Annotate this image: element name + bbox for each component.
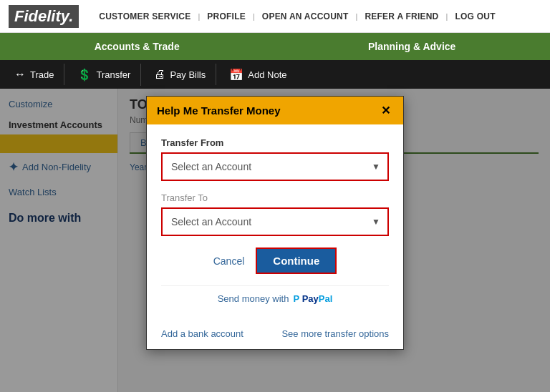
modal-footer-links: Add a bank account See more transfer opt…	[147, 323, 403, 349]
transfer-to-wrapper: Select an Account ▼	[161, 207, 389, 236]
transfer-from-label: Transfer From	[161, 137, 389, 148]
trade-button[interactable]: ↔ Trade	[4, 64, 64, 85]
transfer-modal: Help Me Transfer Money ✕ Transfer From S…	[146, 96, 404, 350]
continue-button[interactable]: Continue	[256, 248, 337, 274]
trade-icon: ↔	[14, 68, 26, 81]
open-account-link[interactable]: OPEN AN ACCOUNT	[255, 11, 356, 21]
planning-advice-nav[interactable]: Planning & Advice	[347, 41, 477, 52]
modal-header: Help Me Transfer Money ✕	[147, 97, 403, 124]
logout-link[interactable]: LOG OUT	[448, 11, 502, 21]
pay-bills-button[interactable]: 🖨 Pay Bills	[144, 64, 216, 85]
paypal-section: Send money with P PayPal	[161, 285, 389, 310]
modal-close-button[interactable]: ✕	[378, 104, 393, 117]
cancel-button[interactable]: Cancel	[213, 255, 245, 267]
transfer-from-select[interactable]: Select an Account	[163, 154, 387, 180]
trade-label: Trade	[30, 69, 54, 80]
accounts-trade-nav[interactable]: Accounts & Trade	[73, 41, 201, 52]
more-options-link[interactable]: See more transfer options	[281, 328, 389, 339]
customer-service-link[interactable]: CUSTOMER SERVICE	[92, 11, 198, 21]
transfer-button[interactable]: 💲 Transfer	[67, 64, 141, 86]
add-bank-link[interactable]: Add a bank account	[161, 328, 243, 339]
top-links: CUSTOMER SERVICE | PROFILE | OPEN AN ACC…	[92, 11, 502, 21]
top-nav: Fidelity. CUSTOMER SERVICE | PROFILE | O…	[0, 0, 550, 33]
modal-body: Transfer From Select an Account ▼ Transf…	[147, 124, 403, 323]
modal-actions: Cancel Continue	[161, 248, 389, 274]
pay-bills-icon: 🖨	[154, 68, 165, 81]
green-nav: Accounts & Trade Planning & Advice	[0, 33, 550, 60]
modal-title: Help Me Transfer Money	[157, 104, 281, 117]
toolbar: ↔ Trade 💲 Transfer 🖨 Pay Bills 📅 Add Not…	[0, 60, 550, 89]
pay-bills-label: Pay Bills	[170, 69, 206, 80]
paypal-logo: P PayPal	[293, 293, 332, 304]
profile-link[interactable]: PROFILE	[200, 11, 253, 21]
transfer-to-label: Transfer To	[161, 192, 389, 203]
main-content: Customize Investment Accounts ✦ Add Non-…	[0, 89, 550, 392]
add-note-label: Add Note	[248, 69, 286, 80]
paypal-text: Send money with	[218, 293, 289, 304]
transfer-icon: 💲	[77, 68, 92, 82]
transfer-label: Transfer	[96, 69, 130, 80]
transfer-from-wrapper: Select an Account ▼	[161, 152, 389, 181]
transfer-to-select[interactable]: Select an Account	[163, 209, 387, 235]
modal-overlay: Help Me Transfer Money ✕ Transfer From S…	[0, 89, 550, 392]
add-note-icon: 📅	[229, 68, 243, 82]
fidelity-logo: Fidelity.	[9, 5, 79, 28]
add-note-button[interactable]: 📅 Add Note	[219, 64, 296, 86]
refer-friend-link[interactable]: REFER A FRIEND	[357, 11, 445, 21]
